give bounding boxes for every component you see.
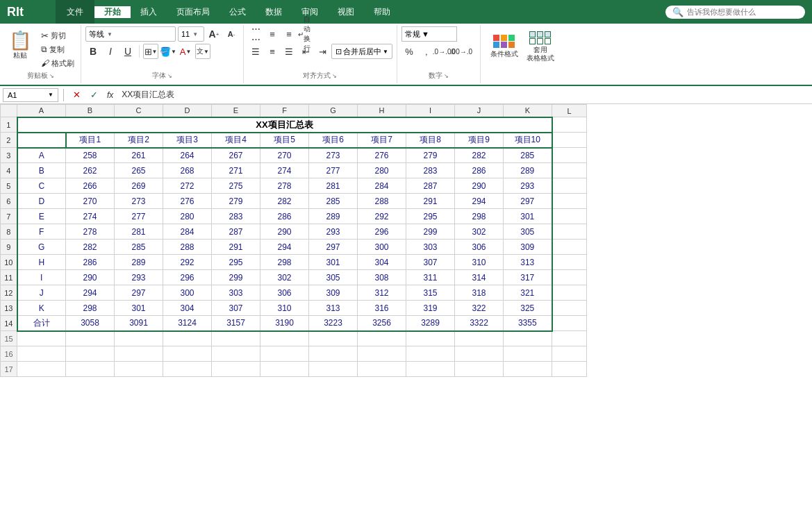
header-proj1[interactable]: 项目1 <box>66 133 115 148</box>
cell-L8[interactable] <box>552 224 587 240</box>
cell-8-5[interactable]: 290 <box>260 224 309 240</box>
bold-button[interactable]: B <box>85 44 101 59</box>
cell-7-6[interactable]: 289 <box>309 209 358 224</box>
cell-6-6[interactable]: 285 <box>309 194 358 209</box>
header-proj8[interactable]: 项目8 <box>406 133 455 148</box>
cell-4-3[interactable]: 268 <box>163 163 212 178</box>
cell-4-5[interactable]: 274 <box>260 163 309 178</box>
header-proj7[interactable]: 项目7 <box>358 133 406 148</box>
cancel-formula-button[interactable]: ✕ <box>69 87 84 103</box>
align-center-button[interactable]: ≡ <box>265 44 280 59</box>
cell-9-10[interactable]: 309 <box>504 240 552 255</box>
font-increase-button[interactable]: A+ <box>206 26 222 42</box>
alignment-expand-icon[interactable]: ↘ <box>332 73 337 79</box>
cell-9-6[interactable]: 297 <box>309 240 358 255</box>
empty-cell[interactable] <box>260 331 309 346</box>
empty-cell[interactable] <box>17 362 66 377</box>
cell-8-6[interactable]: 293 <box>309 224 358 240</box>
row-label-3[interactable]: A <box>17 148 66 163</box>
col-header-D[interactable]: D <box>163 105 212 117</box>
row-label-8[interactable]: F <box>17 224 66 240</box>
cell-L11[interactable] <box>552 270 587 285</box>
cell-7-10[interactable]: 301 <box>504 209 552 224</box>
cell-5-6[interactable]: 281 <box>309 178 358 194</box>
cell-6-1[interactable]: 270 <box>66 194 115 209</box>
cell-13-5[interactable]: 310 <box>260 301 309 316</box>
total-label[interactable]: 合计 <box>17 316 66 331</box>
col-header-L[interactable]: L <box>552 105 587 117</box>
tab-file[interactable]: 文件 <box>56 0 94 24</box>
empty-cell[interactable] <box>358 346 406 362</box>
cell-5-9[interactable]: 290 <box>455 178 504 194</box>
align-middle-button[interactable]: ≡ <box>265 26 280 42</box>
cell-5-5[interactable]: 278 <box>260 178 309 194</box>
header-proj3[interactable]: 项目3 <box>163 133 212 148</box>
total-cell-2[interactable]: 3091 <box>115 316 163 331</box>
cell-L14[interactable] <box>552 316 587 331</box>
cell-7-1[interactable]: 274 <box>66 209 115 224</box>
tab-insert[interactable]: 插入 <box>131 6 167 18</box>
row-label-4[interactable]: B <box>17 163 66 178</box>
cell-L13[interactable] <box>552 301 587 316</box>
cell-8-10[interactable]: 305 <box>504 224 552 240</box>
border-button[interactable]: ⊞ ▼ <box>143 44 158 59</box>
fill-color-button[interactable]: 🪣 ▼ <box>160 44 176 59</box>
italic-button[interactable]: I <box>103 44 118 59</box>
cell-7-5[interactable]: 286 <box>260 209 309 224</box>
cell-L7[interactable] <box>552 209 587 224</box>
cell-L2[interactable] <box>552 133 587 148</box>
empty-cell[interactable] <box>260 362 309 377</box>
cell-12-8[interactable]: 315 <box>406 285 455 301</box>
cell-9-5[interactable]: 294 <box>260 240 309 255</box>
cell-10-9[interactable]: 310 <box>455 255 504 270</box>
cell-10-8[interactable]: 307 <box>406 255 455 270</box>
cell-8-8[interactable]: 299 <box>406 224 455 240</box>
search-input[interactable] <box>687 8 798 16</box>
col-header-C[interactable]: C <box>115 105 163 117</box>
empty-cell[interactable] <box>358 362 406 377</box>
empty-cell[interactable] <box>552 331 587 346</box>
empty-cell[interactable] <box>504 331 552 346</box>
empty-cell[interactable] <box>115 331 163 346</box>
tab-home[interactable]: 开始 <box>94 6 131 18</box>
total-cell-5[interactable]: 3190 <box>260 316 309 331</box>
cell-5-2[interactable]: 269 <box>115 178 163 194</box>
col-header-H[interactable]: H <box>358 105 406 117</box>
total-cell-8[interactable]: 3289 <box>406 316 455 331</box>
cell-5-3[interactable]: 272 <box>163 178 212 194</box>
cell-12-3[interactable]: 300 <box>163 285 212 301</box>
cell-10-1[interactable]: 286 <box>66 255 115 270</box>
tab-view[interactable]: 视图 <box>328 6 364 18</box>
cell-L10[interactable] <box>552 255 587 270</box>
cell-9-4[interactable]: 291 <box>212 240 260 255</box>
empty-cell[interactable] <box>115 346 163 362</box>
col-header-A[interactable]: A <box>17 105 66 117</box>
cell-7-2[interactable]: 277 <box>115 209 163 224</box>
cell-6-2[interactable]: 273 <box>115 194 163 209</box>
clipboard-expand-icon[interactable]: ↘ <box>49 73 54 79</box>
cell-6-8[interactable]: 291 <box>406 194 455 209</box>
number-format-selector[interactable]: 常规 ▼ <box>401 26 457 42</box>
tab-layout[interactable]: 页面布局 <box>167 6 219 18</box>
cell-12-5[interactable]: 306 <box>260 285 309 301</box>
cell-L3[interactable] <box>552 148 587 163</box>
empty-cell[interactable] <box>212 331 260 346</box>
cell-3-5[interactable]: 270 <box>260 148 309 163</box>
tab-data[interactable]: 数据 <box>256 6 292 18</box>
row-label-12[interactable]: J <box>17 285 66 301</box>
align-top-button[interactable]: ⋯⋯ <box>248 26 263 42</box>
total-cell-10[interactable]: 3355 <box>504 316 552 331</box>
row-label-6[interactable]: D <box>17 194 66 209</box>
char-spacing-button[interactable]: 文 ▼ <box>195 44 210 59</box>
cell-9-9[interactable]: 306 <box>455 240 504 255</box>
copy-button[interactable]: ⧉ 复制 <box>39 43 76 56</box>
cell-10-6[interactable]: 301 <box>309 255 358 270</box>
cell-4-8[interactable]: 283 <box>406 163 455 178</box>
row-label-13[interactable]: K <box>17 301 66 316</box>
cell-4-4[interactable]: 271 <box>212 163 260 178</box>
percent-button[interactable]: % <box>401 44 417 59</box>
cell-8-2[interactable]: 281 <box>115 224 163 240</box>
empty-cell[interactable] <box>163 346 212 362</box>
align-left-button[interactable]: ☰ <box>248 44 263 59</box>
confirm-formula-button[interactable]: ✓ <box>86 87 101 103</box>
